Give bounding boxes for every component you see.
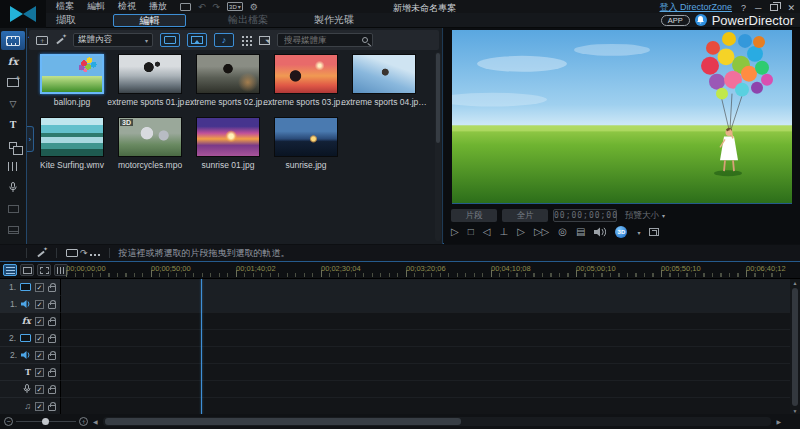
thumbnail-size-icon[interactable] bbox=[259, 36, 270, 45]
track-enable-checkbox[interactable] bbox=[35, 402, 44, 411]
plugin-wand-icon[interactable] bbox=[55, 35, 66, 46]
preview-timecode[interactable]: 00;00;00;00 bbox=[553, 209, 617, 222]
zoom-slider-knob[interactable] bbox=[42, 418, 49, 425]
track-enable-checkbox[interactable] bbox=[35, 334, 44, 343]
timeline-ruler[interactable]: 00;00;00;00 00;00;50;00 00;01;40;02 00;0… bbox=[0, 262, 800, 279]
timeline-vertical-scrollbar[interactable]: ▲ ▼ bbox=[790, 279, 800, 415]
library-category-dropdown[interactable]: 媒體內容 bbox=[73, 33, 153, 47]
redo-icon[interactable]: ↷ bbox=[213, 2, 221, 12]
screen-layout-icon[interactable] bbox=[180, 3, 191, 11]
magic-tools-icon[interactable] bbox=[36, 248, 47, 259]
filter-video-button[interactable] bbox=[160, 33, 180, 47]
particle-room-button[interactable]: ▽ bbox=[1, 94, 25, 113]
insert-to-track-icon[interactable]: ↷ bbox=[66, 249, 100, 257]
tab-edit[interactable]: 編輯 bbox=[113, 14, 186, 27]
track-enable-checkbox[interactable] bbox=[35, 283, 44, 292]
timeline-horizontal-scrollbar[interactable] bbox=[103, 417, 772, 426]
media-item-motorcycles[interactable]: 3D motorcycles.mpo bbox=[111, 117, 189, 180]
menu-file[interactable]: 檔案 bbox=[56, 0, 74, 13]
media-room-button[interactable] bbox=[1, 31, 25, 50]
grid-view-icon[interactable] bbox=[241, 35, 252, 46]
track-header-title[interactable]: T bbox=[0, 364, 61, 381]
preview-screen[interactable] bbox=[452, 30, 792, 204]
track-header-audio-2[interactable]: 2. bbox=[0, 347, 61, 364]
menu-view[interactable]: 檢視 bbox=[118, 0, 136, 13]
zoom-in-button[interactable]: ＋ bbox=[79, 417, 88, 426]
transition-room-button[interactable] bbox=[1, 136, 25, 155]
timeline-view-button[interactable] bbox=[3, 264, 17, 276]
timeline-playhead[interactable] bbox=[201, 279, 202, 415]
track-lock-icon[interactable] bbox=[48, 337, 56, 343]
minimize-icon[interactable]: ─ bbox=[755, 3, 761, 13]
undock-preview-icon[interactable] bbox=[649, 228, 659, 236]
tab-create-disc[interactable]: 製作光碟 bbox=[312, 13, 356, 27]
track-enable-checkbox[interactable] bbox=[35, 351, 44, 360]
3d-display-dropdown-arrow[interactable] bbox=[636, 226, 640, 239]
voiceover-room-button[interactable] bbox=[1, 178, 25, 197]
import-media-icon[interactable]: ＋ bbox=[36, 36, 48, 45]
horizontal-scrollbar-thumb[interactable] bbox=[105, 418, 461, 425]
media-item-sunrise[interactable]: sunrise.jpg bbox=[267, 117, 345, 180]
3d-display-button[interactable]: 3D bbox=[615, 226, 627, 238]
track-lane-title[interactable] bbox=[61, 364, 790, 381]
audio-mixing-room-button[interactable] bbox=[1, 157, 25, 176]
filter-photo-button[interactable] bbox=[187, 33, 207, 47]
timeline-drop-hint[interactable]: 按這裡或將選取的片段拖曳到選取的軌道。 bbox=[119, 247, 290, 260]
tab-produce[interactable]: 輸出檔案 bbox=[226, 13, 270, 27]
zoom-out-button[interactable]: − bbox=[4, 417, 13, 426]
track-header-video-1[interactable]: 1. bbox=[0, 279, 61, 296]
track-header-music[interactable]: ♫ bbox=[0, 398, 61, 415]
effect-room-button[interactable]: fx bbox=[1, 52, 25, 71]
track-lane-voice[interactable] bbox=[61, 381, 790, 398]
storyboard-view-button[interactable] bbox=[20, 264, 34, 276]
track-lock-icon[interactable] bbox=[48, 388, 56, 394]
track-enable-checkbox[interactable] bbox=[35, 368, 44, 377]
menu-edit[interactable]: 編輯 bbox=[87, 0, 105, 13]
track-header-audio-1[interactable]: 1. bbox=[0, 296, 61, 313]
library-scrollbar[interactable] bbox=[435, 52, 441, 241]
track-lock-icon[interactable] bbox=[48, 405, 56, 411]
previous-frame-button[interactable]: ◁ bbox=[483, 226, 491, 238]
track-manager-button[interactable] bbox=[37, 264, 51, 276]
settings-gear-icon[interactable]: ⚙ bbox=[250, 2, 258, 12]
preview-size-dropdown[interactable]: 預覽大小 bbox=[625, 210, 665, 222]
help-icon[interactable]: ? bbox=[741, 3, 746, 13]
volume-speaker-icon[interactable] bbox=[594, 227, 606, 237]
track-header-video-2[interactable]: 2. bbox=[0, 330, 61, 347]
media-item-kite-surfing[interactable]: Kite Surfing.wmv bbox=[33, 117, 111, 180]
zoom-slider[interactable] bbox=[16, 421, 76, 422]
tab-capture[interactable]: 擷取 bbox=[44, 13, 88, 27]
restore-icon[interactable] bbox=[770, 4, 778, 11]
clip-mode-button[interactable]: 片段 bbox=[451, 209, 497, 222]
filter-music-button[interactable]: ♪ bbox=[214, 33, 234, 47]
track-lane-music[interactable] bbox=[61, 398, 790, 415]
close-icon[interactable]: ✕ bbox=[787, 3, 795, 13]
fast-forward-button[interactable]: ▷▷ bbox=[534, 226, 549, 238]
scroll-right-icon[interactable]: ▶ bbox=[774, 418, 783, 425]
track-enable-checkbox[interactable] bbox=[35, 385, 44, 394]
media-item-ballon[interactable]: ballon.jpg bbox=[33, 54, 111, 117]
library-scrollbar-thumb[interactable] bbox=[436, 53, 440, 143]
track-enable-checkbox[interactable] bbox=[35, 300, 44, 309]
track-lock-icon[interactable] bbox=[48, 303, 56, 309]
chapter-room-button[interactable] bbox=[1, 199, 25, 218]
media-item-sunrise-01[interactable]: sunrise 01.jpg bbox=[189, 117, 267, 180]
track-lane-audio-1[interactable] bbox=[61, 296, 790, 313]
track-enable-checkbox[interactable] bbox=[35, 317, 44, 326]
library-expander-arrow[interactable]: › bbox=[27, 126, 34, 152]
media-item-extreme-sports-04[interactable]: extreme sports 04.jp… bbox=[345, 54, 423, 117]
snapshot-camera-icon[interactable]: ◎ bbox=[558, 226, 567, 238]
scroll-left-icon[interactable]: ◀ bbox=[91, 418, 100, 425]
track-lock-icon[interactable] bbox=[48, 371, 56, 377]
app-badge[interactable]: APP bbox=[661, 15, 690, 26]
track-lane-fx[interactable] bbox=[61, 313, 790, 330]
track-lock-icon[interactable] bbox=[48, 286, 56, 292]
track-header-fx[interactable]: fx bbox=[0, 313, 61, 330]
track-lock-icon[interactable] bbox=[48, 354, 56, 360]
vertical-scrollbar-thumb[interactable] bbox=[792, 288, 798, 406]
search-input[interactable] bbox=[282, 34, 362, 46]
media-item-extreme-sports-01[interactable]: extreme sports 01.jp… bbox=[111, 54, 189, 117]
track-lane-video-2[interactable] bbox=[61, 330, 790, 347]
track-lane-video-1[interactable] bbox=[61, 279, 790, 296]
next-frame-button[interactable]: ▷ bbox=[517, 226, 525, 238]
